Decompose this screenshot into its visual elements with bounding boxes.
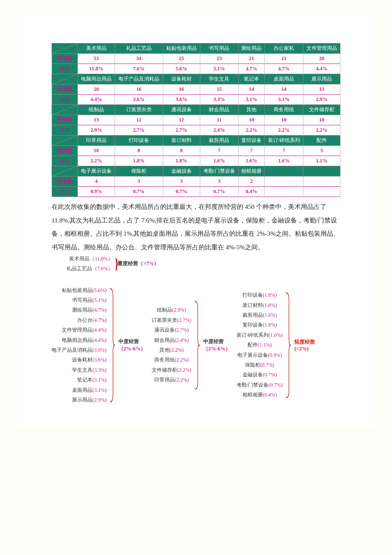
cat-header: 配件 — [303, 136, 340, 146]
document-page: 美术用品礼品工艺品粘贴包装用品书写用品测绘用品办公家私文件管理用品种类数5334… — [17, 13, 375, 427]
cat-header: 纸制品 — [78, 105, 115, 115]
ratio-cell: 0.7% — [163, 187, 200, 197]
list-item: 复印设备(1.6%) — [236, 320, 282, 330]
list-item: 保险柜(0.7%) — [236, 360, 282, 370]
list-item: 纸制品(2.9%) — [152, 305, 191, 315]
ratio-label: 占比 — [52, 125, 78, 136]
count-label: 种类数 — [52, 146, 78, 156]
count-label: 种类数 — [52, 115, 78, 125]
cat-header: 美术用品 — [78, 43, 115, 54]
ratio-cell: 2.2% — [239, 125, 265, 136]
cat-header — [265, 166, 303, 176]
count-cell: 3 — [163, 176, 200, 187]
count-cell: 10 — [78, 146, 115, 156]
list-item: 财会用品(2.4%) — [152, 335, 191, 345]
ratio-cell: 3.1% — [239, 95, 265, 105]
mid-label-b: 中度经营（2%-6%） — [203, 338, 229, 353]
cat-header: 装订/碎纸系列 — [265, 136, 303, 146]
corner-cell — [52, 136, 78, 146]
corner-cell — [52, 105, 78, 115]
count-cell: 14 — [265, 84, 303, 95]
mid-col-a: 粘贴包装用品(5.6%)书写用品(5.1%)测绘用品(4.7%)办公台(4.7%… — [52, 286, 107, 405]
count-cell: 21 — [265, 54, 303, 64]
ratio-cell: 7.6% — [115, 64, 163, 74]
list-item: 考勤/门禁设备(0.7%) — [236, 380, 282, 390]
mid-label-a: 中度经营（2%-6%） — [118, 338, 144, 353]
list-item: 笔记本(3.1%) — [52, 375, 107, 385]
corner-cell — [52, 43, 78, 54]
count-cell: 7 — [200, 146, 239, 156]
mid-light-groups: 粘贴包装用品(5.6%)书写用品(5.1%)测绘用品(4.7%)办公台(4.7%… — [52, 286, 340, 405]
list-item: 印章用品(2.2%) — [152, 375, 191, 385]
ratio-label: 占比 — [52, 187, 78, 197]
list-item: 装订/碎纸系列(1.6%) — [236, 330, 282, 340]
count-cell: 3 — [115, 176, 163, 187]
corner-cell — [52, 166, 78, 176]
cat-header: 打印设备 — [115, 136, 163, 146]
count-cell: 7 — [265, 146, 303, 156]
heavy-group: 美术用品（11.8%）礼品工艺品（7.6%） } 重度经营（>7%） — [66, 254, 340, 274]
count-cell: 11 — [200, 115, 239, 125]
ratio-cell: 1.1% — [303, 156, 340, 166]
list-item: 文件储存柜(2.2%) — [152, 365, 191, 375]
ratio-cell: 1.8% — [115, 156, 163, 166]
count-cell: 13 — [303, 84, 340, 95]
cat-header: 裁剪用品 — [200, 136, 239, 146]
heavy-label: 重度经营（>7%） — [118, 260, 159, 267]
count-cell — [303, 176, 340, 187]
cat-header: 粘贴包装用品 — [163, 43, 200, 54]
ratio-cell: 0.9% — [78, 187, 115, 197]
corner-cell — [52, 74, 78, 84]
ratio-cell: 0.7% — [115, 187, 163, 197]
cat-header: 文件管理用品 — [303, 43, 340, 54]
count-cell: 12 — [163, 115, 200, 125]
count-cell: 14 — [239, 84, 265, 95]
ratio-cell: 4.4% — [303, 64, 340, 74]
category-table: 美术用品礼品工艺品粘贴包装用品书写用品测绘用品办公家私文件管理用品种类数5334… — [52, 43, 340, 197]
ratio-cell: 2.9% — [303, 95, 340, 105]
cat-header: 文件储存柜 — [303, 105, 340, 115]
list-item: 展示用品(2.9%) — [52, 395, 107, 405]
ratio-cell: 4.7% — [265, 64, 303, 74]
list-item: 书写用品(5.1%) — [52, 295, 107, 305]
count-cell: 3 — [200, 176, 239, 187]
cat-header: 电子展示设备 — [78, 166, 115, 176]
count-label: 种类数 — [52, 84, 78, 95]
ratio-cell: 11.8% — [78, 64, 115, 74]
ratio-cell: 1.6% — [239, 156, 265, 166]
ratio-cell: 4.4% — [78, 95, 115, 105]
count-cell: 8 — [115, 146, 163, 156]
cat-header: 办公家私 — [265, 43, 303, 54]
cat-header: 商务用纸 — [265, 105, 303, 115]
ratio-cell: 2.4% — [200, 125, 239, 136]
list-item: 办公台(4.7%) — [52, 315, 107, 325]
count-cell: 10 — [265, 115, 303, 125]
ratio-cell: 2.2% — [303, 125, 340, 136]
cat-header: 金融设备 — [163, 166, 200, 176]
ratio-cell: 4.7% — [239, 64, 265, 74]
ratio-cell: 2.7% — [115, 125, 163, 136]
ratio-label: 占比 — [52, 64, 78, 74]
count-cell: 10 — [303, 115, 340, 125]
count-cell — [265, 176, 303, 187]
cat-header: 展示用品 — [303, 74, 340, 84]
count-label: 种类数 — [52, 176, 78, 187]
count-cell: 15 — [200, 84, 239, 95]
count-cell: 16 — [115, 84, 163, 95]
count-cell: 2 — [239, 176, 265, 187]
ratio-cell: 3.6% — [115, 95, 163, 105]
list-item: 金融设备(0.7%) — [236, 370, 282, 380]
light-col: 打印设备(1.8%)装订材料(1.8%)裁剪用品(1.6%)复印设备(1.6%)… — [236, 290, 282, 400]
count-cell: 25 — [163, 54, 200, 64]
cat-header: 设备耗材 — [163, 74, 200, 84]
cat-header: 礼品工艺品 — [115, 43, 163, 54]
count-cell: 10 — [239, 115, 265, 125]
list-item: 美术用品（11.8%） — [66, 254, 113, 264]
list-item: 测绘用品(4.7%) — [52, 305, 107, 315]
cat-header: 电子产品及消耗品 — [115, 74, 163, 84]
count-cell: 5 — [303, 146, 340, 156]
cat-header: 保险柜 — [115, 166, 163, 176]
cat-header: 财会用品 — [200, 105, 239, 115]
analysis-paragraph: 在此次所收集的数据中，美术用品所占的比重最大，在邦度所经营的 450 个种类中，… — [52, 200, 340, 254]
ratio-cell — [303, 187, 340, 197]
